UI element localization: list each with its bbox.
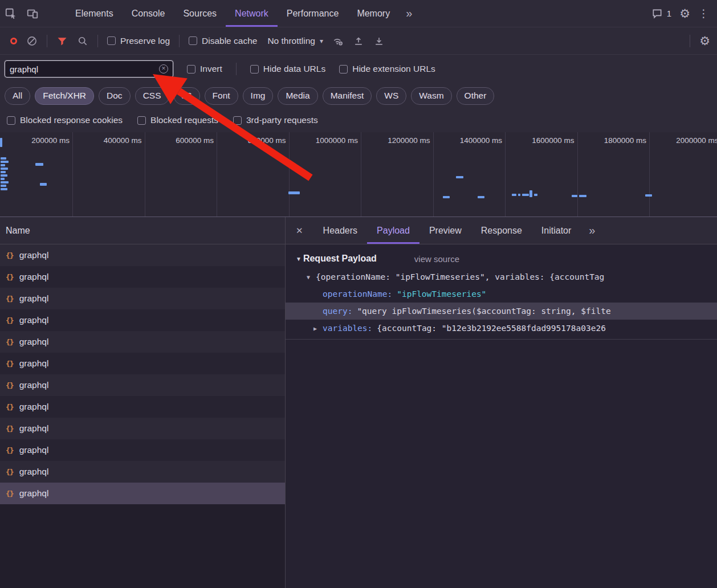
network-toolbar: Preserve log Disable cache No throttling… [0,27,717,55]
type-filter-ws[interactable]: WS [376,87,406,105]
type-filter-other[interactable]: Other [457,87,495,105]
request-row[interactable]: {}graphql [0,288,285,309]
payload-entry[interactable]: query:"query ipFlowTimeseries($accountTa… [286,303,717,320]
import-har-icon[interactable] [353,35,364,47]
inspect-element-icon[interactable] [0,0,22,27]
waterfall-gridline [577,132,578,217]
request-row[interactable]: {}graphql [0,309,285,331]
triangle-down-icon[interactable]: ▼ [307,274,316,280]
detail-tab-payload[interactable]: Payload [367,217,419,244]
request-payload-title[interactable]: ▼ Request Payload [296,254,377,264]
disable-cache-checkbox[interactable]: Disable cache [189,36,257,46]
request-row[interactable]: {}graphql [0,439,285,461]
detail-tab-preview[interactable]: Preview [419,217,471,244]
blocked-response-cookies-checkbox[interactable]: Blocked response cookies [7,115,123,125]
waterfall-time-label: 800000 ms [229,136,286,145]
filter-input[interactable] [10,64,156,74]
preserve-log-checkbox[interactable]: Preserve log [107,36,170,46]
filter-funnel-icon[interactable] [56,35,68,47]
tab-performance[interactable]: Performance [278,0,348,27]
throttling-value: No throttling [267,36,315,46]
request-timing-bar [1,171,6,173]
network-settings-gear-icon[interactable]: ⚙ [699,35,710,47]
network-conditions-icon[interactable] [332,35,344,47]
tab-sources[interactable]: Sources [174,0,226,27]
request-row[interactable]: {}graphql [0,396,285,418]
invert-checkbox[interactable]: Invert [187,64,222,74]
type-filter-doc[interactable]: Doc [99,87,131,105]
record-network-log-button[interactable] [10,38,17,44]
type-filter-css[interactable]: CSS [135,87,169,105]
tab-console[interactable]: Console [123,0,174,27]
request-row[interactable]: {}graphql [0,353,285,374]
blocked-requests-checkbox[interactable]: Blocked requests [137,115,218,125]
request-row[interactable]: {}graphql [0,244,285,266]
hide-extension-urls-checkbox[interactable]: Hide extension URLs [339,64,435,74]
json-braces-icon: {} [6,338,14,346]
toolbar-separator [97,35,98,47]
clear-network-log-icon[interactable] [26,35,38,47]
type-filter-all[interactable]: All [5,87,30,105]
type-filter-img[interactable]: Img [243,87,274,105]
more-panels-icon[interactable]: » [399,0,419,27]
request-row[interactable]: {}graphql [0,483,285,504]
request-timing-bar [1,178,5,180]
payload-section-header: ▼ Request Payload view source [286,249,717,268]
type-filter-font[interactable]: Font [205,87,238,105]
detail-tab-headers[interactable]: Headers [313,217,367,244]
payload-entry[interactable]: ▶variables:{accountTag: "b12e3b2192ee558… [286,320,717,337]
console-messages-button[interactable]: 1 [651,8,671,19]
payload-summary-row[interactable]: ▼ {operationName: "ipFlowTimeseries", va… [286,268,717,285]
type-filter-fetch-xhr[interactable]: Fetch/XHR [35,87,94,105]
checkbox-label: Blocked response cookies [20,115,123,125]
request-row[interactable]: {}graphql [0,266,285,288]
request-name: graphql [19,315,49,325]
request-timing-bar [522,194,529,196]
kebab-menu-icon[interactable]: ⋮ [698,8,709,19]
throttling-dropdown[interactable]: No throttling ▾ [267,36,323,46]
type-filter-js[interactable]: JS [174,87,200,105]
tab-memory[interactable]: Memory [348,0,399,27]
request-row[interactable]: {}graphql [0,374,285,396]
device-toolbar-icon[interactable] [22,0,43,27]
request-timing-bar [534,194,537,196]
network-overview-waterfall[interactable]: 200000 ms400000 ms600000 ms800000 ms1000… [0,132,717,217]
json-braces-icon: {} [6,251,14,260]
type-filter-manifest[interactable]: Manifest [323,87,372,105]
payload-value: {accountTag: "b12e3b2192ee5588fdad995178… [377,324,606,333]
name-column-header[interactable]: Name [0,217,285,244]
triangle-right-icon[interactable]: ▶ [313,325,323,332]
waterfall-time-label: 1400000 ms [445,136,502,145]
search-icon[interactable] [77,35,88,47]
waterfall-gridline [649,132,650,217]
checkbox-box [233,116,242,125]
waterfall-gridline [145,132,145,217]
clear-filter-icon[interactable]: ✕ [159,64,168,74]
tab-network[interactable]: Network [226,0,278,27]
request-timing-bar [518,194,520,196]
waterfall-time-label: 600000 ms [157,136,214,145]
detail-tab-initiator[interactable]: Initiator [532,217,581,244]
payload-entry[interactable]: operationName:"ipFlowTimeseries" [286,285,717,303]
request-name: graphql [19,488,49,499]
request-row[interactable]: {}graphql [0,331,285,353]
type-filter-wasm[interactable]: Wasm [411,87,451,105]
request-row[interactable]: {}graphql [0,461,285,483]
request-timing-bar [1,157,6,160]
json-braces-icon: {} [6,424,14,433]
view-source-link[interactable]: view source [414,254,459,264]
more-detail-tabs-icon[interactable]: » [589,224,595,237]
export-har-icon[interactable] [373,35,385,47]
detail-tab-response[interactable]: Response [471,217,532,244]
message-bubble-icon [651,8,663,19]
request-row[interactable]: {}graphql [0,418,285,439]
close-details-icon[interactable]: ✕ [286,226,313,236]
hide-data-urls-checkbox[interactable]: Hide data URLs [250,64,325,74]
tab-elements[interactable]: Elements [66,0,123,27]
settings-gear-icon[interactable]: ⚙ [679,7,690,19]
checkbox-label: Blocked requests [150,115,218,125]
checkbox-box [107,36,116,45]
third-party-requests-checkbox[interactable]: 3rd-party requests [233,115,318,125]
json-braces-icon: {} [6,360,14,368]
type-filter-media[interactable]: Media [278,87,317,105]
